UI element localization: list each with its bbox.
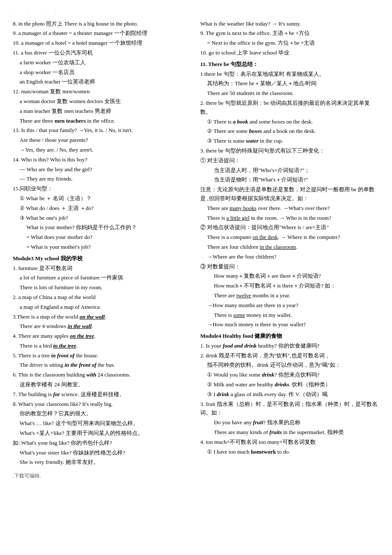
list-item: --- Who are the boy and the girl?	[13, 165, 192, 174]
list-item: 8. in the photo 照片上 There is a big house…	[13, 20, 192, 29]
right-column: What is the weather like today? → It's s…	[200, 20, 379, 468]
list-item: There are 50 students in the classroom.	[200, 89, 379, 98]
list-item: 指不同种类的饮料。drink 还可以作动词，意为"喝"如：	[200, 361, 379, 370]
list-item: Are these / those your parents?	[13, 136, 192, 145]
list-item: There is a bird in the tree.	[13, 342, 192, 351]
list-item: 2. a map of China a map of the world	[13, 293, 192, 302]
list-item: →How much money is there in your wallet?	[200, 320, 379, 329]
list-item: 其结构为：There be＋某物／某人＋地点/时间	[200, 79, 379, 88]
list-item: She is very friendly. 她非常友好。	[13, 458, 192, 467]
list-item: ① What be ＋ 名词（主语）？	[13, 194, 192, 203]
list-item: 1.there be 句型：表示在某地或某时 有某物或某人。	[200, 70, 379, 79]
list-item: Do you have any fruit? 指水果的总称	[200, 418, 379, 427]
list-item: an English teacher 一位英语老师	[13, 78, 192, 86]
list-item: --- They are my friends.	[13, 175, 192, 184]
list-item: 当主语是物时；用"What's＋介词短语?"	[200, 175, 379, 184]
list-item: ③ I drink a glass of milk every day. 作 V…	[200, 390, 379, 399]
list-item: ① I have too much homework to do.	[200, 448, 379, 457]
list-item: a lot of furniture a piece of furniture …	[13, 273, 192, 282]
list-item: How much＋不可数名词＋is there＋介词短语? 如：	[200, 282, 379, 290]
list-item: 2. drink 既是不可数名词，意为"饮料",也是可数名词，	[200, 351, 379, 360]
list-item: →Where are the four children?	[200, 253, 379, 262]
list-item: There is a little girl in the room. → Wh…	[200, 214, 379, 223]
list-item: 11. a bus driver 一位公共汽车司机	[13, 49, 192, 58]
list-item: There is a computer on the desk. → Where…	[200, 233, 379, 242]
list-item: There is lots of furniture in my room.	[13, 283, 192, 292]
list-item: ① There is a book and some boxes on the …	[200, 118, 379, 127]
list-item: The driver is sitting in the front of th…	[13, 361, 192, 370]
list-item: ③ There is some water in the cup.	[200, 137, 379, 146]
list-item: 3. there be 句型的特殊疑问句形式有以下三种变化：	[200, 147, 379, 155]
list-item: 8. What's your classroom like? It's real…	[13, 400, 192, 409]
left-column: 8. in the photo 照片上 There is a big house…	[13, 20, 192, 468]
list-item: 10. go to school 上学 leave school 毕业	[200, 49, 379, 58]
list-item: 注意：无论原句的主语是单数还是复数，对之提问时一般都用 be 的单数是 ,但回答…	[200, 185, 379, 203]
list-item: 这座教学楼有 24 间教室。	[13, 380, 192, 389]
bottom-note: .下载可编辑.	[13, 472, 379, 480]
list-item: 当主语是人时，用"Who's+介词短语?"；	[200, 166, 379, 175]
list-item: ② There are some boxes and a book on the…	[200, 127, 379, 136]
list-item: a farm worker 一位农场工人	[13, 58, 192, 67]
list-item: a woman doctor 复数 women doctors 女医生	[13, 97, 192, 106]
list-item: a map of England a map of America	[13, 303, 192, 312]
list-item: There are many kinds of fruits in the su…	[200, 428, 379, 437]
list-item: →How many months are there in a year?	[200, 301, 379, 310]
list-item: What is your mother? 你妈妈是干什么工作的？	[13, 223, 192, 232]
list-item: 5. There is a tree in front of the house…	[13, 351, 192, 360]
list-item: 6. This is the classroom building with 2…	[13, 371, 192, 380]
list-item: 14. Who is this? Who is this boy?	[13, 155, 192, 164]
list-item: 7. The building is for science. 这座楼是科技楼。	[13, 390, 192, 399]
list-item: 如: What's your bag like? 你的书包什么样?	[13, 439, 192, 448]
list-item: 4. too much+不可数名词 too many+可数名词复数	[200, 438, 379, 447]
list-item: 9. a manager of a theater = a theater ma…	[13, 29, 192, 38]
list-item: ① Would you like some drink? 你想来点饮料吗?	[200, 371, 379, 380]
list-item: ③ What be one's job?	[13, 214, 192, 223]
list-item: a man teacher 复数 men teachers 男老师	[13, 107, 192, 116]
list-item: How many＋复数名词＋are there＋介词短语?	[200, 272, 379, 281]
list-item: What's +某人+like? 主要用于询问某人的性格特点。	[13, 429, 192, 438]
list-item: 10. a manager of a hotel = a hotel manag…	[13, 39, 192, 48]
list-item: = What does your mother do?	[13, 233, 192, 242]
list-item: There is some money in my wallet.	[200, 311, 379, 320]
list-item: Module3 My school 我的学校	[13, 254, 192, 263]
list-item: 11. There be 句型总结：	[200, 60, 379, 69]
list-item: What is the weather like today? → It's s…	[200, 20, 379, 29]
list-item: = Next to the office is the gym. 方位＋be +…	[200, 39, 379, 48]
list-item: What's your sister like? 你妹妹的性格怎么样?	[13, 449, 192, 457]
list-item: a shop worker 一名店员	[13, 68, 192, 77]
list-item: 4. There are many apples on the tree.	[13, 332, 192, 341]
list-item: ① 对主语提问：	[200, 156, 379, 165]
top-dots: . . . .	[13, 9, 379, 16]
list-item: Module4 Healthy food 健康的食物	[200, 332, 379, 341]
list-item: →Yes, they are. / No, they aren't.	[13, 146, 192, 155]
list-item: There are many books over there. →What's…	[200, 204, 379, 213]
list-item: There are twelve months in a year.	[200, 291, 379, 300]
list-item: 13. Is this / that your family? →Yes, it…	[13, 126, 192, 135]
list-item: = What is your mother's job?	[13, 243, 192, 252]
main-content: 8. in the photo 照片上 There is a big house…	[13, 20, 379, 468]
list-item: 15.问职业句型：	[13, 184, 192, 193]
list-item: 3. fruit 指水果（总称）时，是不可数名词；指水果（种类）时，是可数名词。…	[200, 400, 379, 418]
list-item: 1. Is your food and drink healthy? 你的饮食健…	[200, 342, 379, 351]
list-item: 12. man/woman 复数 men/women	[13, 87, 192, 96]
list-item: 你的教室怎样？它真的很大。	[13, 409, 192, 418]
list-item: What's … like? 这个句型可用来询问某物怎么样。	[13, 419, 192, 428]
list-item: There are 4 windows in the wall.	[13, 322, 192, 331]
list-item: There are three men teachers in the offi…	[13, 117, 192, 126]
list-item: 2. there be 句型就近原则：be 动词由其后接的最近的名词来决定其单复…	[200, 99, 379, 117]
list-item: There are four children in the classroom…	[200, 243, 379, 252]
list-item: 1. furniture 是不可数名词	[13, 264, 192, 273]
list-item: ② What do / does ＋ 主语 ＋do?	[13, 204, 192, 213]
list-item: ② 对地点状语提问：提问地点用"Where is / are+主语"	[200, 223, 379, 232]
list-item: 9. The gym is next to the office. 主语＋be …	[200, 29, 379, 38]
list-item: ② Milk and water are healthy drinks. 饮料（…	[200, 380, 379, 389]
list-item: ③ 对数量提问：	[200, 262, 379, 271]
list-item: 3.There is a map of the world on the wal…	[13, 313, 192, 322]
